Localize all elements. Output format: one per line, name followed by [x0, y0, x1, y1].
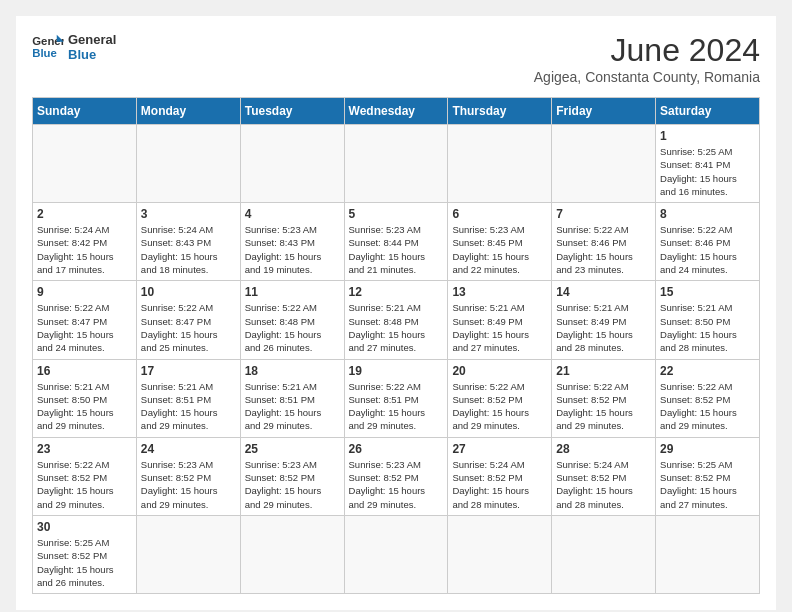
day-info: Sunrise: 5:21 AM Sunset: 8:51 PM Dayligh… — [141, 380, 236, 433]
day-number: 5 — [349, 207, 444, 221]
calendar-cell: 2Sunrise: 5:24 AM Sunset: 8:42 PM Daylig… — [33, 203, 137, 281]
calendar-cell: 13Sunrise: 5:21 AM Sunset: 8:49 PM Dayli… — [448, 281, 552, 359]
day-info: Sunrise: 5:23 AM Sunset: 8:52 PM Dayligh… — [141, 458, 236, 511]
day-info: Sunrise: 5:21 AM Sunset: 8:50 PM Dayligh… — [660, 301, 755, 354]
calendar-cell — [656, 515, 760, 593]
day-info: Sunrise: 5:22 AM Sunset: 8:47 PM Dayligh… — [37, 301, 132, 354]
day-number: 26 — [349, 442, 444, 456]
day-info: Sunrise: 5:25 AM Sunset: 8:52 PM Dayligh… — [660, 458, 755, 511]
calendar-cell — [33, 125, 137, 203]
calendar-cell: 1Sunrise: 5:25 AM Sunset: 8:41 PM Daylig… — [656, 125, 760, 203]
calendar-cell: 5Sunrise: 5:23 AM Sunset: 8:44 PM Daylig… — [344, 203, 448, 281]
calendar-cell: 19Sunrise: 5:22 AM Sunset: 8:51 PM Dayli… — [344, 359, 448, 437]
day-number: 6 — [452, 207, 547, 221]
calendar-cell: 14Sunrise: 5:21 AM Sunset: 8:49 PM Dayli… — [552, 281, 656, 359]
calendar-cell: 29Sunrise: 5:25 AM Sunset: 8:52 PM Dayli… — [656, 437, 760, 515]
week-row-2: 9Sunrise: 5:22 AM Sunset: 8:47 PM Daylig… — [33, 281, 760, 359]
svg-text:Blue: Blue — [32, 47, 57, 59]
day-number: 18 — [245, 364, 340, 378]
day-info: Sunrise: 5:21 AM Sunset: 8:49 PM Dayligh… — [556, 301, 651, 354]
weekday-header-saturday: Saturday — [656, 98, 760, 125]
day-number: 17 — [141, 364, 236, 378]
day-info: Sunrise: 5:22 AM Sunset: 8:47 PM Dayligh… — [141, 301, 236, 354]
location-subtitle: Agigea, Constanta County, Romania — [534, 69, 760, 85]
calendar-cell: 3Sunrise: 5:24 AM Sunset: 8:43 PM Daylig… — [136, 203, 240, 281]
calendar-cell: 21Sunrise: 5:22 AM Sunset: 8:52 PM Dayli… — [552, 359, 656, 437]
day-number: 11 — [245, 285, 340, 299]
week-row-3: 16Sunrise: 5:21 AM Sunset: 8:50 PM Dayli… — [33, 359, 760, 437]
calendar-cell: 12Sunrise: 5:21 AM Sunset: 8:48 PM Dayli… — [344, 281, 448, 359]
calendar-cell: 17Sunrise: 5:21 AM Sunset: 8:51 PM Dayli… — [136, 359, 240, 437]
title-block: June 2024 Agigea, Constanta County, Roma… — [534, 32, 760, 85]
weekday-header-tuesday: Tuesday — [240, 98, 344, 125]
calendar-cell: 9Sunrise: 5:22 AM Sunset: 8:47 PM Daylig… — [33, 281, 137, 359]
logo-icon: General Blue — [32, 33, 64, 61]
month-title: June 2024 — [534, 32, 760, 69]
week-row-0: 1Sunrise: 5:25 AM Sunset: 8:41 PM Daylig… — [33, 125, 760, 203]
week-row-1: 2Sunrise: 5:24 AM Sunset: 8:42 PM Daylig… — [33, 203, 760, 281]
header: General Blue General Blue June 2024 Agig… — [32, 32, 760, 85]
day-number: 27 — [452, 442, 547, 456]
day-number: 20 — [452, 364, 547, 378]
calendar-cell — [344, 515, 448, 593]
day-info: Sunrise: 5:22 AM Sunset: 8:48 PM Dayligh… — [245, 301, 340, 354]
weekday-header-thursday: Thursday — [448, 98, 552, 125]
day-number: 16 — [37, 364, 132, 378]
day-info: Sunrise: 5:22 AM Sunset: 8:46 PM Dayligh… — [660, 223, 755, 276]
day-number: 23 — [37, 442, 132, 456]
weekday-header-wednesday: Wednesday — [344, 98, 448, 125]
day-info: Sunrise: 5:24 AM Sunset: 8:43 PM Dayligh… — [141, 223, 236, 276]
day-info: Sunrise: 5:21 AM Sunset: 8:49 PM Dayligh… — [452, 301, 547, 354]
calendar-cell: 20Sunrise: 5:22 AM Sunset: 8:52 PM Dayli… — [448, 359, 552, 437]
day-info: Sunrise: 5:22 AM Sunset: 8:52 PM Dayligh… — [660, 380, 755, 433]
day-info: Sunrise: 5:23 AM Sunset: 8:52 PM Dayligh… — [245, 458, 340, 511]
calendar-cell: 10Sunrise: 5:22 AM Sunset: 8:47 PM Dayli… — [136, 281, 240, 359]
calendar-cell: 27Sunrise: 5:24 AM Sunset: 8:52 PM Dayli… — [448, 437, 552, 515]
day-info: Sunrise: 5:25 AM Sunset: 8:41 PM Dayligh… — [660, 145, 755, 198]
weekday-header-sunday: Sunday — [33, 98, 137, 125]
calendar-cell: 26Sunrise: 5:23 AM Sunset: 8:52 PM Dayli… — [344, 437, 448, 515]
day-number: 7 — [556, 207, 651, 221]
day-number: 24 — [141, 442, 236, 456]
weekday-header-monday: Monday — [136, 98, 240, 125]
calendar-cell — [240, 515, 344, 593]
day-info: Sunrise: 5:22 AM Sunset: 8:51 PM Dayligh… — [349, 380, 444, 433]
day-number: 21 — [556, 364, 651, 378]
logo: General Blue General Blue — [32, 32, 116, 62]
calendar-cell: 16Sunrise: 5:21 AM Sunset: 8:50 PM Dayli… — [33, 359, 137, 437]
day-number: 4 — [245, 207, 340, 221]
calendar-cell — [448, 125, 552, 203]
day-number: 10 — [141, 285, 236, 299]
day-info: Sunrise: 5:24 AM Sunset: 8:52 PM Dayligh… — [452, 458, 547, 511]
day-info: Sunrise: 5:22 AM Sunset: 8:52 PM Dayligh… — [37, 458, 132, 511]
day-info: Sunrise: 5:22 AM Sunset: 8:52 PM Dayligh… — [556, 380, 651, 433]
calendar-cell: 7Sunrise: 5:22 AM Sunset: 8:46 PM Daylig… — [552, 203, 656, 281]
calendar-cell — [552, 125, 656, 203]
calendar-cell: 22Sunrise: 5:22 AM Sunset: 8:52 PM Dayli… — [656, 359, 760, 437]
calendar-table: SundayMondayTuesdayWednesdayThursdayFrid… — [32, 97, 760, 594]
day-info: Sunrise: 5:23 AM Sunset: 8:43 PM Dayligh… — [245, 223, 340, 276]
logo-blue: Blue — [68, 47, 116, 62]
calendar-cell: 18Sunrise: 5:21 AM Sunset: 8:51 PM Dayli… — [240, 359, 344, 437]
calendar-cell: 6Sunrise: 5:23 AM Sunset: 8:45 PM Daylig… — [448, 203, 552, 281]
calendar-cell — [552, 515, 656, 593]
day-number: 12 — [349, 285, 444, 299]
calendar-cell: 8Sunrise: 5:22 AM Sunset: 8:46 PM Daylig… — [656, 203, 760, 281]
day-number: 13 — [452, 285, 547, 299]
day-number: 30 — [37, 520, 132, 534]
calendar-page: General Blue General Blue June 2024 Agig… — [16, 16, 776, 610]
day-info: Sunrise: 5:23 AM Sunset: 8:52 PM Dayligh… — [349, 458, 444, 511]
day-number: 9 — [37, 285, 132, 299]
day-info: Sunrise: 5:25 AM Sunset: 8:52 PM Dayligh… — [37, 536, 132, 589]
day-number: 19 — [349, 364, 444, 378]
day-number: 1 — [660, 129, 755, 143]
day-info: Sunrise: 5:24 AM Sunset: 8:42 PM Dayligh… — [37, 223, 132, 276]
day-info: Sunrise: 5:21 AM Sunset: 8:50 PM Dayligh… — [37, 380, 132, 433]
day-info: Sunrise: 5:23 AM Sunset: 8:44 PM Dayligh… — [349, 223, 444, 276]
calendar-cell — [344, 125, 448, 203]
calendar-cell: 24Sunrise: 5:23 AM Sunset: 8:52 PM Dayli… — [136, 437, 240, 515]
day-info: Sunrise: 5:23 AM Sunset: 8:45 PM Dayligh… — [452, 223, 547, 276]
calendar-cell: 25Sunrise: 5:23 AM Sunset: 8:52 PM Dayli… — [240, 437, 344, 515]
day-info: Sunrise: 5:21 AM Sunset: 8:48 PM Dayligh… — [349, 301, 444, 354]
calendar-cell — [448, 515, 552, 593]
